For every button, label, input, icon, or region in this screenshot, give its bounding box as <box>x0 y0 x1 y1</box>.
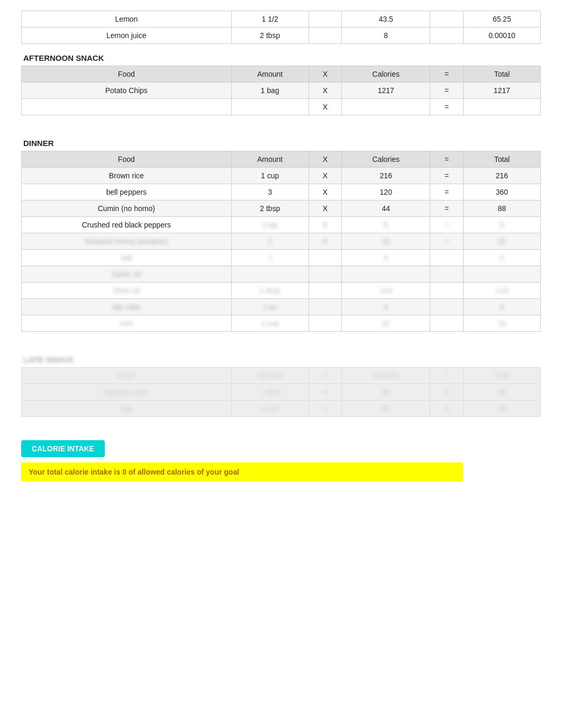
amount-cell: 1 cup <box>231 401 309 417</box>
calorie-total-text: Your total calorie intake is 0 of allowe… <box>21 462 463 481</box>
eq-cell: = <box>430 201 464 217</box>
x-cell: X <box>309 217 342 233</box>
food-cell: egg <box>22 401 232 417</box>
food-cell <box>22 99 232 115</box>
amount-cell: 1 bag <box>231 83 309 99</box>
calorie-intake-button[interactable]: CALORIE INTAKE <box>21 440 105 457</box>
calories-cell: 216 <box>342 168 430 184</box>
eq-header: = <box>430 368 464 384</box>
total-header: Total <box>463 151 540 168</box>
x-cell: X <box>309 83 342 99</box>
total-cell: 8 <box>463 299 540 315</box>
food-cell: corn <box>22 315 232 332</box>
x-cell: X <box>309 401 342 417</box>
total-cell: 360 <box>463 184 540 201</box>
x-cell: X <box>309 201 342 217</box>
table-row: Potato Chips 1 bag X 1217 = 1217 <box>22 83 541 99</box>
table-row: Lemon 1 1/2 43.5 65.25 <box>22 11 541 28</box>
eq-cell <box>430 266 464 283</box>
amount-cell: 1 pc <box>231 299 309 315</box>
eq-cell <box>430 299 464 315</box>
x-cell <box>309 315 342 332</box>
table-row: bell peppers 3 X 120 = 360 <box>22 184 541 201</box>
total-cell <box>463 99 540 115</box>
table-row-blurred: egg 1 cup X 88 X 88 <box>22 401 541 417</box>
amount-header: Amount <box>231 368 309 384</box>
table-row: Lemon juice 2 tbsp 8 0.00010 <box>22 28 541 44</box>
total-cell: 22 <box>463 233 540 250</box>
eq-cell <box>430 283 464 299</box>
x-cell <box>309 250 342 266</box>
table-row-blurred: Olive oil 1 tbsp 119 119 <box>22 283 541 299</box>
food-cell: Brown rice <box>22 168 232 184</box>
food-cell: Lemon <box>22 11 232 28</box>
amount-cell: 1 cup <box>231 168 309 184</box>
calories-cell <box>342 99 430 115</box>
calories-cell: 8 <box>342 299 430 315</box>
table-row-empty: X = <box>22 99 541 115</box>
calories-cell: 88 <box>342 384 430 401</box>
table-row: Crushed red black peppers 1 tsp X 5 = 5 <box>22 217 541 233</box>
calories-header: Calories <box>342 368 430 384</box>
calories-cell: 1217 <box>342 83 430 99</box>
eq-header: = <box>430 66 464 83</box>
total-cell: 216 <box>463 168 540 184</box>
x-cell <box>309 299 342 315</box>
top-continuation-section: Lemon 1 1/2 43.5 65.25 Lemon juice 2 tbs… <box>21 11 541 44</box>
x-cell: X <box>309 168 342 184</box>
amount-cell <box>231 266 309 283</box>
total-cell: 5 <box>463 217 540 233</box>
dinner-table: Food Amount X Calories = Total Brown ric… <box>21 151 541 332</box>
eq-cell <box>430 28 464 44</box>
total-cell: 65.25 <box>463 11 540 28</box>
total-header: Total <box>463 66 540 83</box>
food-cell: Garlic oil <box>22 266 232 283</box>
calories-cell: 120 <box>342 184 430 201</box>
table-row-blurred: Banana cake 1 slice X 88 X 88 <box>22 384 541 401</box>
x-cell <box>309 283 342 299</box>
x-cell <box>309 266 342 283</box>
amount-cell: 2 tbsp <box>231 28 309 44</box>
eq-cell: X <box>430 384 464 401</box>
total-cell: 88 <box>463 401 540 417</box>
calories-header: Calories <box>342 151 430 168</box>
calories-cell: 5 <box>342 217 430 233</box>
calories-cell: 88 <box>342 401 430 417</box>
amount-cell: 1 tbsp <box>231 283 309 299</box>
x-header: X <box>309 368 342 384</box>
late-snack-table: Food Amount X Calories = Total Banana ca… <box>21 367 541 417</box>
eq-cell: = <box>430 168 464 184</box>
food-cell: Olive oil <box>22 283 232 299</box>
amount-cell: 3 <box>231 184 309 201</box>
eq-cell: = <box>430 184 464 201</box>
afternoon-snack-table: Food Amount X Calories = Total Potato Ch… <box>21 66 541 115</box>
dinner-title: DINNER <box>21 139 541 148</box>
food-cell: tab cake <box>22 299 232 315</box>
x-cell: X <box>309 99 342 115</box>
x-cell: X <box>309 233 342 250</box>
eq-cell: = <box>430 99 464 115</box>
food-cell: Crushed red black peppers <box>22 217 232 233</box>
amount-header: Amount <box>231 151 309 168</box>
x-cell <box>309 28 342 44</box>
total-header: Total <box>463 368 540 384</box>
x-header: X <box>309 151 342 168</box>
food-header: Food <box>22 151 232 168</box>
table-row-blurred: Roasted cherry tomatoes 1 X 22 = 22 <box>22 233 541 250</box>
food-header: Food <box>22 368 232 384</box>
food-cell: Cumin (no homo) <box>22 201 232 217</box>
eq-cell <box>430 11 464 28</box>
table-row-blurred: Garlic oil <box>22 266 541 283</box>
calories-cell: 32 <box>342 315 430 332</box>
amount-cell: 1 1/2 <box>231 11 309 28</box>
calories-header: Calories <box>342 66 430 83</box>
total-cell: 0.00010 <box>463 28 540 44</box>
table-row-blurred: salt 1 4 4 <box>22 250 541 266</box>
eq-cell: = <box>430 217 464 233</box>
amount-cell: 2 tbsp <box>231 201 309 217</box>
total-cell: 88 <box>463 201 540 217</box>
table-row-blurred: corn 1 cup 32 32 <box>22 315 541 332</box>
eq-cell: = <box>430 233 464 250</box>
total-cell: 119 <box>463 283 540 299</box>
afternoon-snack-title: AFTERNOON SNACK <box>21 53 541 62</box>
